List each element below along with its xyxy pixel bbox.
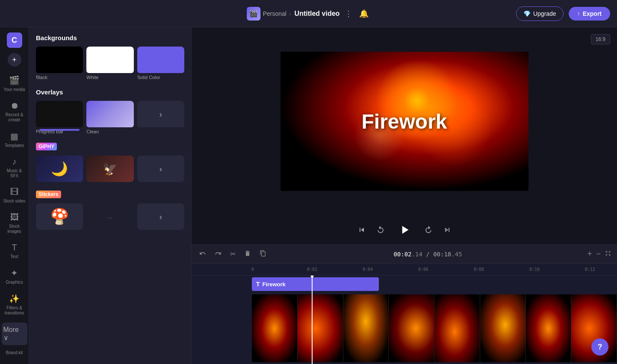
overlay-progress-thumb: [36, 101, 83, 127]
your-media-icon: 🎬: [9, 75, 20, 85]
rewind-button[interactable]: [376, 226, 385, 234]
skip-to-end-button[interactable]: [443, 226, 452, 234]
sidebar-item-music[interactable]: ♪ Music & SFX: [2, 153, 27, 182]
playback-controls: [192, 215, 617, 244]
sidebar-item-label-templates: Templates: [5, 143, 24, 148]
overlay-clean-thumb: [86, 101, 133, 127]
overlay-progress-bar[interactable]: Progress Bar: [36, 101, 83, 134]
undo-button[interactable]: [197, 248, 209, 260]
zoom-out-button[interactable]: −: [595, 249, 602, 259]
sidebar-logo: C: [7, 32, 22, 48]
overlays-title: Overlays: [36, 88, 184, 96]
sticker-1[interactable]: 🍄: [36, 203, 83, 230]
topbar-center: 🎬 Personal › Untitled video ⋮ 🔔: [247, 7, 371, 21]
giphy-item-more[interactable]: ›: [137, 156, 184, 182]
skip-to-start-button[interactable]: [357, 226, 366, 234]
background-solid[interactable]: Solid Color: [137, 47, 184, 80]
export-button[interactable]: ↑ Export: [569, 7, 610, 21]
aspect-ratio-badge: 16:9: [591, 34, 610, 44]
redo-button[interactable]: [212, 248, 224, 260]
ruler-mark-008: 0:08: [474, 267, 484, 272]
sidebar-item-brand-kit[interactable]: Brand kit: [2, 347, 27, 359]
sidebar-item-label-your-media: Your media: [3, 87, 25, 92]
video-clip-strip[interactable]: [252, 294, 617, 362]
delete-button[interactable]: [242, 248, 254, 260]
timeline-ruler: 0 0:02 0:04 0:06 0:08 0:10 0:12 0:14: [192, 264, 617, 276]
more-label: More ∨: [3, 326, 26, 342]
giphy-grid: 🌙 🦅 ›: [36, 156, 184, 182]
overlay-clean-label: Clean: [86, 129, 133, 134]
breadcrumb: 🎬 Personal ›: [247, 7, 291, 21]
sidebar-item-label-music: Music & SFX: [3, 168, 26, 179]
sidebar-item-your-media[interactable]: 🎬 Your media: [2, 72, 27, 96]
giphy-badge: GIPHY: [36, 143, 57, 150]
forward-button[interactable]: [424, 226, 433, 234]
giphy-section: GIPHY 🌙 🦅 ›: [36, 143, 184, 182]
background-solid-label: Solid Color: [137, 75, 184, 80]
giphy-thumb-more: ›: [137, 156, 184, 182]
sidebar-item-label-text: Text: [10, 254, 18, 259]
sticker-more[interactable]: ›: [137, 203, 184, 230]
zoom-in-button[interactable]: +: [587, 249, 593, 259]
video-preview: 16:9 Firework: [192, 27, 617, 215]
sidebar-item-text[interactable]: T Text: [2, 239, 27, 263]
timeline-tracks: T Firework: [192, 276, 617, 364]
overlay-more[interactable]: ›: [137, 101, 184, 134]
backgrounds-title: Backgrounds: [36, 34, 184, 41]
text-clip-icon: T: [256, 281, 260, 288]
film-frame-6: [480, 294, 526, 362]
overlay-clean[interactable]: Clean: [86, 101, 133, 134]
film-frame-5: [434, 294, 480, 362]
sidebar-item-filters[interactable]: ✨ Filters & transitions: [2, 290, 27, 319]
timecode: 00:02.14 / 00:18.45: [393, 251, 462, 258]
sidebar-item-stock-images[interactable]: 🖼 Stock images: [2, 209, 27, 238]
add-button[interactable]: +: [8, 53, 21, 67]
topbar: 🎬 Personal › Untitled video ⋮ 🔔 💎 Upgrad…: [0, 0, 617, 27]
giphy-item-1[interactable]: 🌙: [36, 156, 83, 182]
clip-button[interactable]: [257, 248, 269, 260]
stickers-header: Stickers: [36, 191, 184, 198]
play-button[interactable]: [395, 220, 414, 239]
breadcrumb-arrow: ›: [289, 10, 291, 17]
left-panel: Backgrounds Black White Solid Color Over…: [29, 27, 192, 364]
backgrounds-grid: Black White Solid Color: [36, 47, 184, 80]
main-layout: C + 🎬 Your media ⏺ Record & create ▦ Tem…: [0, 27, 617, 364]
film-frame-2: [298, 294, 343, 362]
sidebar-item-templates[interactable]: ▦ Templates: [2, 128, 27, 152]
breadcrumb-workspace[interactable]: Personal: [263, 10, 286, 17]
timecode-current: 00:02.14: [393, 251, 426, 258]
record-icon: ⏺: [10, 101, 19, 111]
giphy-item-2[interactable]: 🦅: [86, 156, 133, 182]
sidebar-item-label-record: Record & create: [3, 112, 26, 123]
timeline-playhead[interactable]: [312, 276, 313, 364]
video-title[interactable]: Untitled video: [295, 10, 340, 18]
cut-button[interactable]: ✂: [227, 248, 238, 260]
export-label: Export: [583, 10, 602, 17]
sidebar-item-more[interactable]: More ∨: [2, 323, 27, 345]
text-clip-label: Firework: [263, 281, 286, 288]
zoom-controls: + −: [587, 249, 612, 259]
background-black-thumb: [36, 47, 83, 73]
video-menu-button[interactable]: ⋮: [343, 7, 354, 20]
collapse-button[interactable]: [604, 249, 612, 259]
stickers-section: Stickers 🍄 ... ›: [36, 191, 184, 230]
sidebar-item-stock-video[interactable]: 🎞 Stock video: [2, 184, 27, 207]
upgrade-icon: 💎: [523, 10, 531, 17]
graphics-icon: ✦: [11, 268, 18, 278]
sidebar-item-graphics[interactable]: ✦ Graphics: [2, 264, 27, 288]
ruler-mark-006: 0:06: [418, 267, 428, 272]
upgrade-button[interactable]: 💎 Upgrade: [516, 6, 564, 21]
video-canvas: Firework: [280, 52, 528, 191]
sticker-2[interactable]: ...: [86, 203, 133, 230]
sidebar-item-record[interactable]: ⏺ Record & create: [2, 97, 27, 126]
background-solid-thumb: [137, 47, 184, 73]
background-white[interactable]: White: [86, 47, 133, 80]
sidebar-item-label-filters: Filters & transitions: [3, 305, 26, 316]
notifications-button[interactable]: 🔔: [357, 7, 370, 20]
center-area: 16:9 Firework: [192, 27, 617, 364]
background-black[interactable]: Black: [36, 47, 83, 80]
text-clip[interactable]: T Firework: [252, 277, 379, 291]
help-button[interactable]: ?: [591, 338, 608, 355]
overlay-more-thumb: ›: [137, 101, 184, 127]
video-text-overlay[interactable]: Firework: [361, 110, 447, 133]
